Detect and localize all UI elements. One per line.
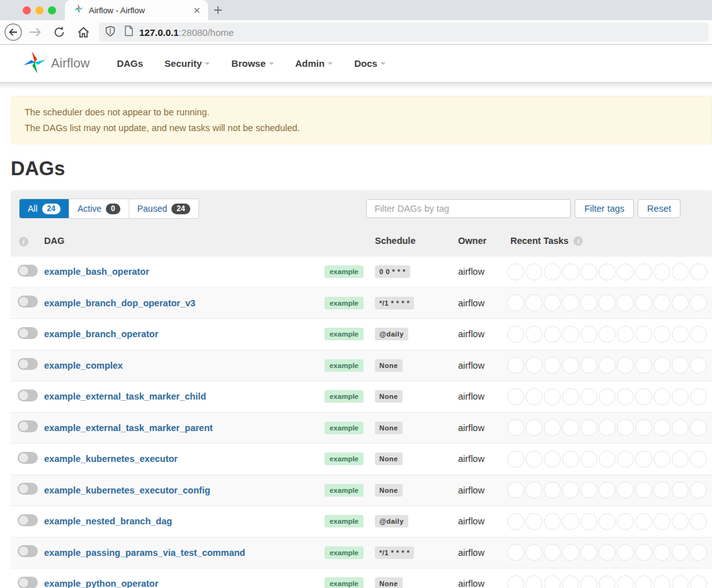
task-status-circle[interactable] [544,544,561,561]
home-icon[interactable] [74,23,93,42]
task-status-circle[interactable] [525,326,543,343]
task-status-circle[interactable] [617,513,634,530]
task-status-circle[interactable] [690,294,707,311]
dag-pause-toggle[interactable] [18,358,38,370]
dag-tag[interactable]: example [324,265,364,278]
dag-pause-toggle[interactable] [18,545,38,557]
dag-link[interactable]: example_kubernetes_executor [44,454,178,464]
dag-link[interactable]: example_branch_operator [44,329,158,339]
task-status-circle[interactable] [507,481,524,499]
dag-pause-toggle[interactable] [18,452,38,464]
task-status-circle[interactable] [672,357,689,374]
task-status-circle[interactable] [544,451,561,468]
task-status-circle[interactable] [672,575,689,588]
task-status-circle[interactable] [544,357,561,374]
task-status-circle[interactable] [507,544,524,561]
task-status-circle[interactable] [525,419,543,436]
dag-pause-toggle[interactable] [18,389,38,401]
window-controls[interactable] [23,6,56,14]
task-status-circle[interactable] [599,357,616,374]
task-status-circle[interactable] [580,481,597,499]
task-status-circle[interactable] [580,263,597,280]
browser-tab[interactable]: Airflow - Airflow [65,0,208,20]
task-status-circle[interactable] [562,263,579,280]
task-status-circle[interactable] [544,419,561,436]
task-status-circle[interactable] [525,294,543,311]
task-status-circle[interactable] [562,294,579,311]
dag-tag[interactable]: example [324,577,364,588]
task-status-circle[interactable] [690,357,707,374]
task-status-circle[interactable] [617,481,634,499]
dag-pause-toggle[interactable] [18,577,38,588]
task-status-circle[interactable] [562,326,579,343]
nav-item-security[interactable]: Security [154,58,221,69]
schedule-badge[interactable]: None [375,577,403,588]
forward-icon[interactable] [26,23,45,42]
task-status-circle[interactable] [672,419,689,436]
task-status-circle[interactable] [507,357,524,374]
task-status-circle[interactable] [599,419,616,436]
task-status-circle[interactable] [617,388,634,405]
task-status-circle[interactable] [635,419,652,436]
task-status-circle[interactable] [617,419,634,436]
task-status-circle[interactable] [580,513,597,530]
task-status-circle[interactable] [672,513,689,530]
filter-tags-button[interactable]: Filter tags [575,199,634,218]
column-header-owner[interactable]: Owner [455,236,504,246]
dag-tag[interactable]: example [324,390,364,403]
task-status-circle[interactable] [580,388,597,405]
task-status-circle[interactable] [544,263,561,280]
filter-tab-all[interactable]: All 24 [20,199,69,218]
dag-pause-toggle[interactable] [18,265,38,277]
task-status-circle[interactable] [599,294,616,311]
schedule-badge[interactable]: None [375,453,403,465]
dag-link[interactable]: example_branch_dop_operator_v3 [44,298,195,308]
schedule-badge[interactable]: */1 * * * * [375,546,414,559]
dag-pause-toggle[interactable] [18,296,38,308]
task-status-circle[interactable] [653,481,670,499]
page-info-icon[interactable] [124,25,134,39]
task-status-circle[interactable] [672,451,689,468]
task-status-circle[interactable] [653,357,670,374]
task-status-circle[interactable] [672,294,689,311]
window-minimize-button[interactable] [35,6,43,14]
task-status-circle[interactable] [562,575,579,588]
task-status-circle[interactable] [599,451,616,468]
task-status-circle[interactable] [653,326,670,343]
dag-pause-toggle[interactable] [18,483,38,495]
task-status-circle[interactable] [617,544,634,561]
task-status-circle[interactable] [544,513,561,530]
task-status-circle[interactable] [507,419,524,436]
dag-link[interactable]: example_kubernetes_executor_config [44,485,210,495]
task-status-circle[interactable] [525,357,543,374]
task-status-circle[interactable] [580,575,597,588]
dag-tag[interactable]: example [324,484,364,497]
task-status-circle[interactable] [599,388,616,405]
task-status-circle[interactable] [562,388,579,405]
window-zoom-button[interactable] [48,6,56,14]
task-status-circle[interactable] [690,419,707,436]
task-status-circle[interactable] [653,419,670,436]
task-status-circle[interactable] [544,481,561,499]
info-icon[interactable]: i [573,236,583,246]
task-status-circle[interactable] [690,513,707,530]
filter-dags-by-tag-input[interactable] [366,199,571,218]
dag-pause-toggle[interactable] [18,514,38,526]
task-status-circle[interactable] [635,357,652,374]
task-status-circle[interactable] [525,481,543,499]
task-status-circle[interactable] [635,575,652,588]
task-status-circle[interactable] [525,544,543,561]
window-close-button[interactable] [23,6,31,14]
nav-item-docs[interactable]: Docs [343,58,396,69]
url-bar[interactable]: 127.0.0.1:28080/home [99,23,708,42]
task-status-circle[interactable] [599,544,616,561]
airflow-brand[interactable]: Airflow [23,50,89,77]
task-status-circle[interactable] [525,451,543,468]
task-status-circle[interactable] [653,513,670,530]
task-status-circle[interactable] [544,326,561,343]
task-status-circle[interactable] [672,388,689,405]
task-status-circle[interactable] [672,326,689,343]
task-status-circle[interactable] [580,419,597,436]
task-status-circle[interactable] [525,575,543,588]
nav-item-admin[interactable]: Admin [285,58,344,69]
